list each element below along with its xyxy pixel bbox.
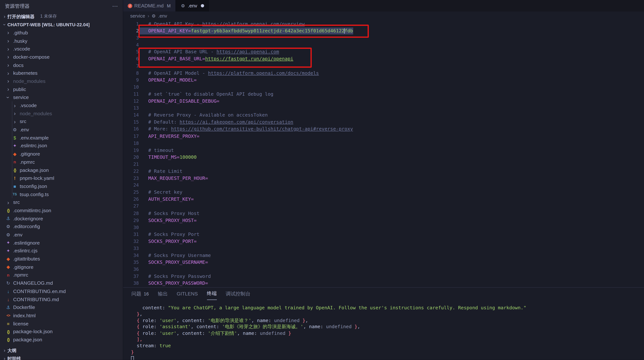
tree-file-.npmrc[interactable]: n.npmrc	[0, 271, 123, 279]
tree-folder-.vscode[interactable]: ›.vscode	[0, 101, 123, 109]
tree-folder-node_modules[interactable]: ›node_modules	[0, 109, 123, 118]
code-line-22[interactable]: 22# Rate Limit	[123, 168, 644, 175]
tree-folder-src[interactable]: ›src	[0, 198, 123, 206]
tree-folder-docker-compose[interactable]: ›docker-compose	[0, 53, 123, 61]
code-line-11[interactable]: 11# set `true` to disable OpenAI API deb…	[123, 91, 644, 98]
tree-file-package.json[interactable]: {}package.json	[0, 166, 123, 174]
code-line-15[interactable]: 15# Default: https://ai.fakeopen.com/api…	[123, 119, 644, 126]
code-line-35[interactable]: 35SOCKS_PROXY_USERNAME=	[123, 259, 644, 266]
code-line-27[interactable]: 27	[123, 203, 644, 210]
code-line-4[interactable]: 4	[123, 42, 644, 49]
tree-folder-public[interactable]: ›public	[0, 85, 123, 93]
tree-file-CONTRIBUTING.md[interactable]: ↓CONTRIBUTING.md	[0, 295, 123, 303]
tree-file-pnpm-lock.yaml[interactable]: !pnpm-lock.yaml	[0, 174, 123, 182]
tree-folder-kubernetes[interactable]: ›kubernetes	[0, 69, 123, 77]
code-line-1[interactable]: 1# OpenAI API Key - https://platform.ope…	[123, 20, 644, 27]
breadcrumb-item-folder[interactable]: service	[130, 13, 145, 18]
code-line-7[interactable]: 7	[123, 62, 644, 69]
tree-folder-node_modules[interactable]: ›node_modules	[0, 77, 123, 85]
panel-tab-terminal[interactable]: 终端	[207, 288, 217, 300]
sidebar-section-open-editors[interactable]: › 打开的编辑器 1 未保存	[0, 12, 123, 20]
code-line-24[interactable]: 24	[123, 182, 644, 189]
tree-file-CHANGELOG.md[interactable]: ↻CHANGELOG.md	[0, 279, 123, 287]
code-line-29[interactable]: 29SOCKS_PROXY_HOST=	[123, 217, 644, 224]
tree-folder-src[interactable]: ›src	[0, 118, 123, 126]
code-line-36[interactable]: 36	[123, 266, 644, 273]
code-line-28[interactable]: 28# Socks Proxy Host	[123, 210, 644, 217]
editor-tab-env[interactable]: ⚙.env	[176, 0, 209, 11]
code-line-26[interactable]: 26AUTH_SECRET_KEY=	[123, 196, 644, 203]
tree-file-.env.example[interactable]: $.env.example	[0, 134, 123, 142]
code-line-33[interactable]: 33	[123, 245, 644, 252]
code-line-5[interactable]: 5# OpenAI API Base URL - https://api.ope…	[123, 49, 644, 56]
editor-area: iREADME.mdM⚙.env service›⚙.env 1# OpenAI…	[123, 0, 644, 360]
sidebar-section-project[interactable]: › CHATGPT-WEB [WSL: UBUNTU-22.04]	[0, 20, 123, 29]
tree-file-.eslintrc.cjs[interactable]: ✦.eslintrc.cjs	[0, 247, 123, 255]
code-line-32[interactable]: 32SOCKS_PROXY_PORT=	[123, 238, 644, 245]
tree-file-.npmrc[interactable]: n.npmrc	[0, 158, 123, 166]
code-line-18[interactable]: 18	[123, 140, 644, 147]
tree-file-.eslintignore[interactable]: ✦.eslintignore	[0, 239, 123, 247]
panel-tab-gitlens[interactable]: GITLENS	[177, 288, 198, 300]
code-line-6[interactable]: 6OPENAI_API_BASE_URL=https://fastgpt.run…	[123, 55, 644, 62]
code-line-17[interactable]: 17API_REVERSE_PROXY=	[123, 133, 644, 140]
code-line-8[interactable]: 8# OpenAI API Model - https://platform.o…	[123, 69, 644, 77]
code-line-20[interactable]: 20TIMEOUT_MS=100000	[123, 154, 644, 161]
line-number: 13	[123, 105, 139, 112]
panel-tab-problems[interactable]: 问题16	[132, 288, 149, 300]
tree-file-index.html[interactable]: <>index.html	[0, 312, 123, 320]
tree-file-license[interactable]: ≡license	[0, 320, 123, 328]
tree-folder-.husky[interactable]: ›.husky	[0, 37, 123, 45]
tree-folder-service[interactable]: ›service	[0, 93, 123, 102]
tree-file-.env[interactable]: ⚙.env	[0, 126, 123, 134]
panel-tab-output[interactable]: 输出	[158, 288, 168, 300]
breadcrumb-item-file[interactable]: .env	[158, 13, 167, 18]
panel-tab-debug-console[interactable]: 调试控制台	[226, 288, 250, 300]
tree-file-.dockerignore[interactable]: ⚓.dockerignore	[0, 215, 123, 223]
tree-file-.gitignore[interactable]: ◆.gitignore	[0, 263, 123, 271]
code-line-38[interactable]: 38SOCKS_PROXY_PASSWORD=	[123, 280, 644, 287]
editor-code-area[interactable]: 1# OpenAI API Key - https://platform.ope…	[123, 20, 644, 287]
tree-file-.editorconfig[interactable]: ⚙.editorconfig	[0, 223, 123, 231]
sidebar-section-timeline[interactable]: ›时间线	[0, 355, 123, 360]
code-line-30[interactable]: 30	[123, 224, 644, 231]
code-line-37[interactable]: 37# Socks Proxy Password	[123, 273, 644, 280]
tree-file-package-lock.json[interactable]: {}package-lock.json	[0, 328, 123, 336]
code-line-13[interactable]: 13	[123, 105, 644, 112]
tree-file-.commitlintrc.json[interactable]: {}.commitlintrc.json	[0, 206, 123, 215]
code-line-25[interactable]: 25# Secret key	[123, 189, 644, 196]
tree-file-.eslintrc.json[interactable]: ✦.eslintrc.json	[0, 142, 123, 150]
sidebar-section-outline[interactable]: ›大纲	[0, 346, 123, 355]
code-line-3[interactable]: 3	[123, 34, 644, 42]
code-line-14[interactable]: 14# Reverse Proxy - Available on accessT…	[123, 112, 644, 119]
code-line-2[interactable]: 2OPENAI_API_KEY=fastgpt-y6b3axfbdd5wyp01…	[123, 27, 644, 34]
code-line-16[interactable]: 16# More: https://github.com/transitive-…	[123, 126, 644, 133]
terminal-token: "You are ChatGPT, a large language model…	[168, 305, 526, 311]
tree-file-CONTRIBUTING.en.md[interactable]: ↓CONTRIBUTING.en.md	[0, 287, 123, 296]
line-content	[139, 161, 148, 168]
tree-folder-.github[interactable]: ›.github	[0, 29, 123, 37]
code-line-34[interactable]: 34# Socks Proxy Username	[123, 252, 644, 259]
tree-file-tsconfig.json[interactable]: ■tsconfig.json	[0, 182, 123, 190]
code-line-21[interactable]: 21	[123, 161, 644, 168]
tree-file-.gitignore[interactable]: ◆.gitignore	[0, 150, 123, 158]
terminal-output[interactable]: content: "You are ChatGPT, a large langu…	[123, 300, 644, 360]
tree-file-package.json[interactable]: {}package.json	[0, 336, 123, 344]
editor-tab-readme-md[interactable]: iREADME.mdM	[123, 0, 176, 11]
tree-folder-docs[interactable]: ›docs	[0, 61, 123, 69]
code-line-10[interactable]: 10	[123, 84, 644, 91]
tree-file-.env[interactable]: ⚙.env	[0, 231, 123, 239]
code-line-23[interactable]: 23MAX_REQUEST_PER_HOUR=	[123, 175, 644, 182]
license-icon: ≡	[5, 321, 12, 326]
code-line-12[interactable]: 12OPENAI_API_DISABLE_DEBUG=	[123, 98, 644, 105]
tree-file-.gitattributes[interactable]: ◆.gitattributes	[0, 255, 123, 263]
tree-file-Dockerfile[interactable]: ⚓Dockerfile	[0, 303, 123, 312]
code-line-19[interactable]: 19# timeout	[123, 147, 644, 154]
code-line-9[interactable]: 9OPENAI_API_MODEL=	[123, 77, 644, 84]
more-actions-icon[interactable]: ⋯	[112, 3, 118, 9]
code-line-31[interactable]: 31# Socks Proxy Port	[123, 231, 644, 238]
tsconfig-icon: ■	[12, 184, 18, 189]
tree-folder-.vscode[interactable]: ›.vscode	[0, 45, 123, 53]
chevron-down-icon: ›	[5, 94, 11, 101]
tree-file-tsup.config.ts[interactable]: TStsup.config.ts	[0, 190, 123, 199]
